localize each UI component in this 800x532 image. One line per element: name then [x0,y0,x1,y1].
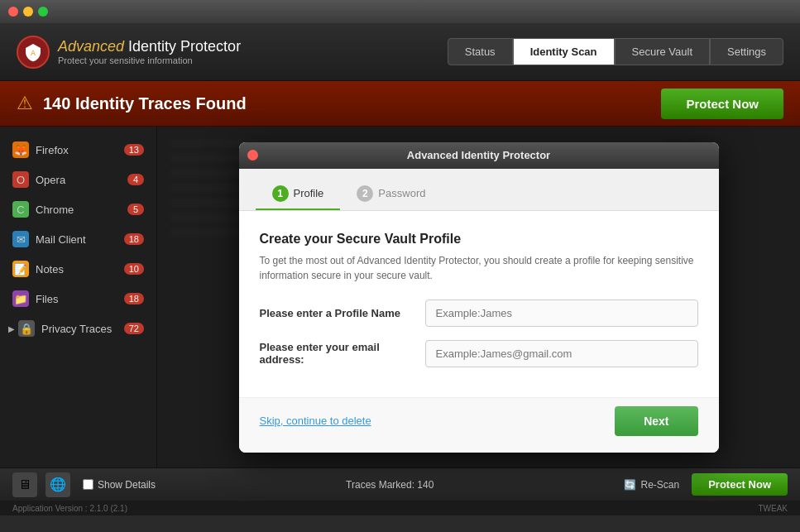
sidebar-item-label: Files [36,293,58,305]
show-details-checkbox[interactable] [83,479,93,490]
files-badge: 18 [124,293,144,304]
sidebar-item-label: Notes [36,263,64,276]
show-details-check[interactable]: Show Details [83,479,156,491]
next-button[interactable]: Next [615,406,697,436]
notes-icon: 📝 [12,261,29,277]
privacy-icon: 🔒 [18,320,35,337]
content-area: Advanced Identity Protector 1 Profile 2 … [157,127,800,467]
sidebar-item-privacy[interactable]: ▶ 🔒 Privacy Traces 72 [0,314,156,343]
mail-badge: 18 [124,233,144,245]
sidebar-item-label: Chrome [36,204,74,216]
app-header: A Advanced Identity Protector Protect yo… [0,23,800,81]
close-button[interactable] [8,7,18,17]
protect-now-bottom-button[interactable]: Protect Now [692,473,788,496]
wizard-tab-password[interactable]: 2 Password [340,179,442,210]
svg-text:A: A [31,49,36,57]
modal-title: Advanced Identity Protector [407,149,550,161]
modal-dialog: Advanced Identity Protector 1 Profile 2 … [239,142,719,453]
main-content: 🦊 Firefox 13 O Opera 4 C Chrome 5 ✉ Mail… [0,127,800,467]
version-right: TWEAK [758,504,788,513]
email-label: Please enter your email address: [260,341,425,366]
logo-subtitle: Protect your sensitive information [58,55,241,65]
modal-footer: Skip, continue to delete Next [239,397,719,453]
minimize-button[interactable] [23,7,33,17]
wizard-tab-profile-num: 1 [272,185,289,202]
maximize-button[interactable] [38,7,48,17]
firefox-badge: 13 [124,144,144,156]
sidebar-item-firefox[interactable]: 🦊 Firefox 13 [0,135,156,165]
chrome-badge: 5 [127,204,144,215]
tab-identity-scan[interactable]: Identity Scan [513,38,615,65]
sidebar-item-label: Privacy Traces [41,323,112,335]
wizard-tabs: 1 Profile 2 Password [239,169,719,211]
app-version: Application Version : 2.1.0 (2.1) [12,504,127,513]
tab-status[interactable]: Status [448,38,513,65]
chrome-icon: C [12,201,29,218]
profile-name-label: Please enter a Profile Name [260,307,425,319]
sidebar-item-label: Firefox [36,144,69,156]
logo-advanced: Advanced [58,38,124,55]
tab-settings[interactable]: Settings [710,38,783,65]
sidebar-item-mail[interactable]: ✉ Mail Client 18 [0,224,156,254]
expand-icon: ▶ [8,324,15,333]
app-logo: A Advanced Identity Protector Protect yo… [17,36,448,69]
modal-titlebar: Advanced Identity Protector [239,142,719,169]
alert-text: 140 Identity Traces Found [43,94,661,113]
mail-icon: ✉ [12,231,29,247]
sidebar: 🦊 Firefox 13 O Opera 4 C Chrome 5 ✉ Mail… [0,127,157,467]
logo-main-title: Identity Protector [124,38,241,55]
modal-body: Create your Secure Vault Profile To get … [239,211,719,397]
title-bar [0,0,800,23]
mac-icon: 🖥 [12,472,37,497]
protect-now-button[interactable]: Protect Now [661,89,783,119]
email-row: Please enter your email address: [260,340,698,367]
wizard-tab-password-num: 2 [357,185,373,202]
wizard-tab-password-label: Password [378,187,425,199]
opera-icon: O [12,171,29,188]
sidebar-item-opera[interactable]: O Opera 4 [0,165,156,194]
modal-section-desc: To get the most out of Advanced Identity… [260,253,698,283]
files-icon: 📁 [12,290,29,307]
nav-tabs: Status Identity Scan Secure Vault Settin… [448,38,783,65]
universal-icon: 🌐 [46,472,70,497]
sidebar-item-label: Mail Client [36,233,86,246]
rescan-label: Re-Scan [640,479,679,491]
sidebar-item-notes[interactable]: 📝 Notes 10 [0,254,156,284]
modal-section-title: Create your Secure Vault Profile [260,232,698,247]
show-details-label: Show Details [98,479,156,491]
sidebar-item-files[interactable]: 📁 Files 18 [0,284,156,314]
version-bar: Application Version : 2.1.0 (2.1) TWEAK [0,501,800,515]
logo-shield-icon: A [17,36,50,69]
bottom-bar: 🖥 🌐 Show Details Traces Marked: 140 🔄 Re… [0,467,800,501]
sidebar-item-chrome[interactable]: C Chrome 5 [0,194,156,224]
email-input[interactable] [425,340,698,367]
warning-icon: ⚠ [17,93,33,114]
profile-name-input[interactable] [425,300,698,327]
alert-banner: ⚠ 140 Identity Traces Found Protect Now [0,81,800,127]
traces-marked: Traces Marked: 140 [168,479,611,491]
bottom-icons: 🖥 🌐 [12,472,70,497]
modal-overlay: Advanced Identity Protector 1 Profile 2 … [157,127,800,467]
opera-badge: 4 [127,174,144,185]
privacy-badge: 72 [124,323,144,334]
rescan-button[interactable]: 🔄 Re-Scan [624,479,679,491]
tab-secure-vault[interactable]: Secure Vault [615,38,710,65]
wizard-tab-profile[interactable]: 1 Profile [256,179,341,210]
wizard-tab-profile-label: Profile [294,187,324,199]
modal-close-button[interactable] [247,150,258,161]
logo-text: Advanced Identity Protector Protect your… [58,38,241,65]
skip-link[interactable]: Skip, continue to delete [260,415,371,427]
firefox-icon: 🦊 [12,141,29,158]
profile-name-row: Please enter a Profile Name [260,300,698,327]
notes-badge: 10 [124,263,144,275]
sidebar-item-label: Opera [36,174,65,186]
rescan-icon: 🔄 [624,479,636,491]
